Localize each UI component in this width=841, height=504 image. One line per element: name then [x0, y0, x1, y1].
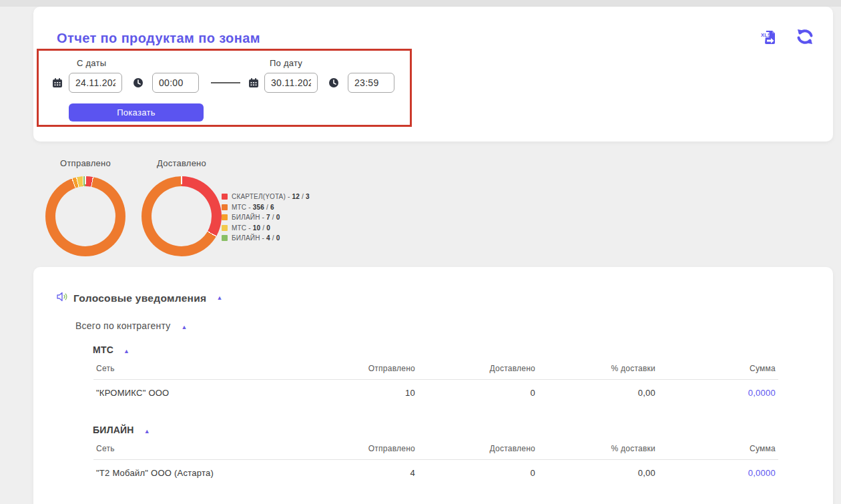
cell-network: "Т2 Мобайл" ООО (Астарта) — [93, 460, 298, 478]
legend-item: МТС - 356 / 6 — [222, 204, 310, 211]
column-header: Доставлено — [418, 444, 538, 460]
group-name: МТС — [93, 344, 113, 355]
legend-swatch-icon — [222, 214, 228, 220]
column-header: Сеть — [93, 364, 298, 380]
donut-hole — [55, 186, 115, 246]
column-header: Сумма — [658, 364, 778, 380]
cell-network: "КРОМИКС" ООО — [93, 380, 298, 398]
legend-label: СКАРТЕЛ(YOTA) - 12 / 3 — [232, 193, 310, 200]
to-date-input[interactable] — [264, 73, 318, 93]
column-header: Доставлено — [418, 364, 538, 380]
group-title-beeline[interactable]: БИЛАЙН▲ — [93, 425, 150, 435]
calendar-icon[interactable] — [248, 77, 259, 88]
page-title: Отчет по продуктам по зонам — [57, 31, 260, 46]
calendar-icon[interactable] — [52, 77, 63, 88]
legend-label: МТС - 10 / 0 — [232, 224, 270, 232]
chart-legend: СКАРТЕЛ(YOTA) - 12 / 3МТС - 356 / 6БИЛАЙ… — [222, 193, 310, 245]
page-top-strip — [0, 0, 841, 7]
cell-value: 0 — [418, 460, 538, 478]
show-button[interactable]: Показать — [69, 103, 204, 121]
refresh-icon[interactable] — [796, 27, 816, 47]
report-table-mts: СетьОтправленоДоставлено% доставкиСумма"… — [93, 364, 778, 398]
cell-value: 0,00 — [538, 380, 658, 398]
legend-swatch-icon — [222, 204, 228, 210]
column-header: % доставки — [538, 444, 658, 460]
legend-item: СКАРТЕЛ(YOTA) - 12 / 3 — [222, 193, 310, 200]
column-header: Сумма — [658, 444, 778, 460]
xls-export-icon[interactable]: XLS — [758, 27, 778, 47]
subtotal-by-counterparty[interactable]: Всего по контрагенту▲ — [75, 320, 188, 331]
cell-value: 0,00 — [538, 460, 658, 478]
to-date-label: По дату — [270, 58, 302, 68]
column-header: Сеть — [93, 444, 298, 460]
voice-section-title: Голосовые уведомления — [73, 292, 206, 304]
column-header: Отправлено — [298, 364, 418, 380]
to-time-input[interactable] — [348, 73, 394, 93]
report-table-beeline: СетьОтправленоДоставлено% доставкиСумма"… — [93, 444, 778, 478]
legend-label: БИЛАЙН - 7 / 0 — [232, 214, 280, 221]
legend-swatch-icon — [222, 194, 228, 200]
donut-chart-sent[interactable] — [45, 176, 125, 256]
cell-sum-link[interactable]: 0,0000 — [658, 380, 778, 398]
voice-notifications-card: Голосовые уведомления ▲ Всего по контраг… — [33, 267, 833, 504]
speaker-icon — [57, 292, 68, 304]
triangle-up-icon[interactable]: ▲ — [144, 429, 150, 435]
triangle-up-icon[interactable]: ▲ — [123, 348, 129, 354]
donut-hole — [152, 186, 212, 246]
legend-item: МТС - 10 / 0 — [222, 224, 310, 232]
from-time-input[interactable] — [152, 73, 199, 93]
from-date-input[interactable] — [69, 73, 122, 93]
report-card: Отчет по продуктам по зонам XLS С даты П… — [33, 7, 833, 142]
legend-label: МТС - 356 / 6 — [232, 204, 274, 211]
clock-icon[interactable] — [328, 77, 339, 88]
column-header: Отправлено — [298, 444, 418, 460]
date-range-separator — [211, 82, 240, 83]
subtotal-label: Всего по контрагенту — [75, 320, 171, 331]
legend-label: БИЛАЙН - 4 / 0 — [232, 234, 280, 242]
group-name: БИЛАЙН — [93, 425, 134, 435]
delivered-chart-title: Доставлено — [142, 158, 222, 168]
clock-icon[interactable] — [133, 77, 144, 88]
from-date-label: С даты — [77, 58, 106, 68]
donut-chart-delivered[interactable] — [142, 176, 222, 256]
triangle-up-icon[interactable]: ▲ — [216, 295, 222, 301]
sent-chart-title: Отправлено — [45, 158, 125, 168]
svg-text:XLS: XLS — [761, 32, 771, 38]
column-header: % доставки — [538, 364, 658, 380]
triangle-up-icon[interactable]: ▲ — [182, 324, 188, 330]
cell-value: 0 — [418, 380, 538, 398]
cell-value: 4 — [298, 460, 418, 478]
legend-item: БИЛАЙН - 4 / 0 — [222, 234, 310, 242]
voice-section-header[interactable]: Голосовые уведомления ▲ — [57, 292, 223, 304]
date-filter-panel: С даты По дату — [37, 49, 412, 127]
cell-sum-link[interactable]: 0,0000 — [658, 460, 778, 478]
cell-value: 10 — [298, 380, 418, 398]
legend-swatch-icon — [222, 225, 228, 231]
group-title-mts[interactable]: МТС▲ — [93, 344, 129, 355]
legend-swatch-icon — [222, 235, 228, 241]
legend-item: БИЛАЙН - 7 / 0 — [222, 214, 310, 221]
